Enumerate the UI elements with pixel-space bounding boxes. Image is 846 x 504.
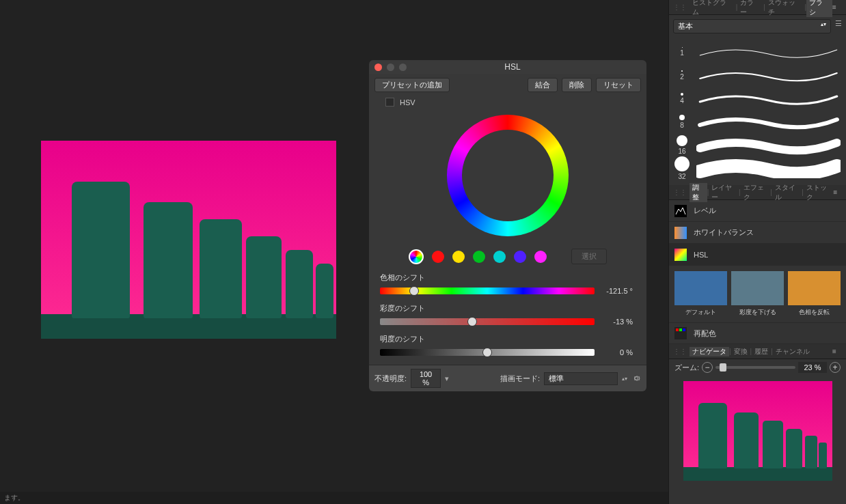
gear-icon[interactable] xyxy=(631,374,641,383)
master-swatch[interactable] xyxy=(409,249,424,264)
hsl-dialog[interactable]: HSL プリセットの追加 結合 削除 リセット HSV 選択 色相のシフ xyxy=(369,60,646,391)
panel-menu-icon[interactable]: ≡ xyxy=(832,348,842,355)
tab-channels[interactable]: チャンネル xyxy=(773,347,813,356)
swatch-green[interactable] xyxy=(473,251,485,263)
brush-list[interactable]: 12481632 xyxy=(669,38,846,185)
blend-label: 描画モード: xyxy=(500,374,540,384)
hue-value[interactable]: -121.5 ° xyxy=(600,285,636,296)
lum-shift-label: 明度のシフト xyxy=(380,334,636,344)
add-preset-button[interactable]: プリセットの追加 xyxy=(374,78,450,92)
hsv-checkbox[interactable] xyxy=(385,98,394,107)
svg-rect-4 xyxy=(676,328,679,331)
brush-row[interactable]: 2 xyxy=(674,64,841,87)
brush-row[interactable]: 1 xyxy=(674,40,841,64)
preset-row: デフォルト 彩度を下げる 色相を反転 xyxy=(669,266,846,322)
tab-histogram[interactable]: ヒストグラム xyxy=(690,0,736,17)
reset-button[interactable]: リセット xyxy=(596,78,641,92)
dialog-title: HSL xyxy=(384,62,641,72)
right-panel: ⋮⋮ ヒストグラム | カラー | スウォッチ | ブラシ ≡ 基本▴▾ ☰ 1… xyxy=(668,0,846,504)
merge-button[interactable]: 結合 xyxy=(528,78,558,92)
svg-rect-2 xyxy=(674,249,687,261)
lum-value[interactable]: 0 % xyxy=(600,347,636,358)
top-tabbar: ⋮⋮ ヒストグラム | カラー | スウォッチ | ブラシ ≡ xyxy=(669,0,846,15)
opacity-label: 不透明度: xyxy=(374,374,407,384)
preset-default[interactable]: デフォルト xyxy=(674,271,727,317)
lum-slider[interactable] xyxy=(380,349,595,356)
sat-value[interactable]: -13 % xyxy=(600,316,636,327)
adjust-hsl[interactable]: HSL xyxy=(669,244,846,266)
zoom-value[interactable]: 23 % xyxy=(798,362,827,373)
adjust-recolor[interactable]: 再配色 xyxy=(669,322,846,344)
brush-row[interactable]: 8 xyxy=(674,110,841,133)
levels-icon xyxy=(674,205,687,217)
tab-stock[interactable]: ストック xyxy=(804,183,834,202)
brush-category-select[interactable]: 基本▴▾ xyxy=(673,19,831,33)
select-button[interactable]: 選択 xyxy=(571,249,607,264)
sat-slider[interactable] xyxy=(380,318,595,325)
sat-shift-label: 彩度のシフト xyxy=(380,303,636,313)
list-view-icon[interactable]: ☰ xyxy=(835,19,842,33)
panel-menu-icon[interactable]: ≡ xyxy=(832,3,842,11)
close-icon[interactable] xyxy=(374,64,382,71)
blend-select[interactable]: 標準 xyxy=(544,372,618,385)
svg-rect-6 xyxy=(683,328,685,331)
brush-row[interactable]: 4 xyxy=(674,87,841,110)
panel-menu-icon[interactable]: ≡ xyxy=(834,188,842,196)
adjust-white-balance[interactable]: ホワイトバランス xyxy=(669,222,846,244)
zoom-in-button[interactable]: + xyxy=(830,362,841,373)
preset-desat[interactable]: 彩度を下げる xyxy=(731,271,784,317)
swatch-magenta[interactable] xyxy=(534,251,547,263)
tab-adjust[interactable]: 調整 xyxy=(690,183,707,202)
tab-styles[interactable]: スタイル xyxy=(772,183,802,202)
opacity-input[interactable]: 100 % xyxy=(411,369,441,388)
brush-row[interactable]: 32 xyxy=(674,156,841,180)
recolor-icon xyxy=(674,327,687,339)
zoom-label: ズーム: xyxy=(674,363,699,373)
white-balance-icon xyxy=(674,227,687,239)
tab-transform[interactable]: 変換 xyxy=(731,347,750,356)
color-wheel[interactable] xyxy=(447,115,569,236)
svg-rect-1 xyxy=(674,227,687,239)
swatch-yellow[interactable] xyxy=(452,251,465,263)
delete-button[interactable]: 削除 xyxy=(562,78,592,92)
tab-layers[interactable]: レイヤー xyxy=(709,183,739,202)
mid-tabbar: ⋮⋮ 調整 | レイヤー | エフェク | スタイル | ストック ≡ xyxy=(669,185,846,200)
dialog-titlebar[interactable]: HSL xyxy=(369,60,646,74)
tab-effects[interactable]: エフェク xyxy=(741,183,771,202)
document-image[interactable] xyxy=(41,141,336,339)
hsv-label: HSV xyxy=(400,98,415,107)
tab-brushes[interactable]: ブラシ xyxy=(806,0,832,17)
swatch-red[interactable] xyxy=(432,251,444,263)
tab-navigator[interactable]: ナビゲータ xyxy=(690,347,729,356)
navigator-thumbnail[interactable] xyxy=(683,381,832,481)
svg-rect-5 xyxy=(679,328,682,331)
tab-color[interactable]: カラー xyxy=(737,0,763,17)
hue-shift-label: 色相のシフト xyxy=(380,272,636,283)
nav-tabbar: ⋮⋮ ナビゲータ | 変換 | 履歴 | チャンネル ≡ xyxy=(669,344,846,359)
zoom-slider[interactable] xyxy=(715,366,795,369)
swatch-cyan[interactable] xyxy=(493,251,506,263)
brush-row[interactable]: 16 xyxy=(674,133,841,156)
tab-swatch[interactable]: スウォッチ xyxy=(765,0,805,17)
tab-history[interactable]: 履歴 xyxy=(752,347,771,356)
status-bar: ます。 xyxy=(0,492,668,504)
zoom-out-button[interactable]: − xyxy=(702,362,713,373)
hue-slider[interactable] xyxy=(380,288,595,294)
color-swatch-row: 選択 xyxy=(374,243,641,272)
adjust-levels[interactable]: レベル xyxy=(669,200,846,222)
swatch-blue[interactable] xyxy=(514,251,526,263)
hsl-icon xyxy=(674,249,687,261)
preset-invert-hue[interactable]: 色相を反転 xyxy=(788,271,841,317)
